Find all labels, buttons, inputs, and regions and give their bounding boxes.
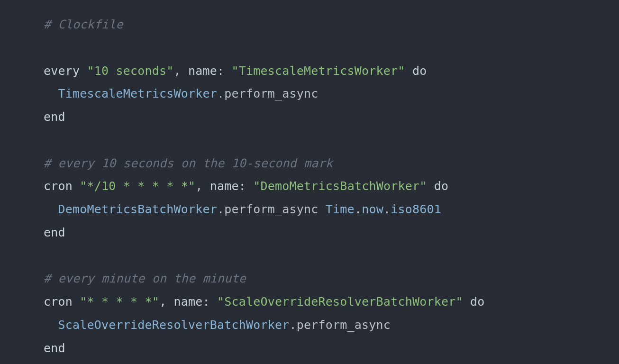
- code-string: "10 seconds": [87, 64, 174, 78]
- code-indent: [44, 87, 58, 100]
- code-space: [80, 64, 87, 78]
- code-keyword-cron: cron: [44, 179, 73, 193]
- code-space: [73, 179, 80, 193]
- code-comma: ,: [174, 64, 189, 78]
- code-comment: # every 10 seconds on the 10-second mark: [44, 156, 333, 170]
- code-block: # Clockfile every "10 seconds", name: "T…: [0, 0, 619, 360]
- code-keyword-do: do: [470, 295, 485, 309]
- code-comment: # Clockfile: [44, 18, 123, 31]
- code-constant: DemoMetricsBatchWorker: [58, 202, 218, 216]
- code-string: "ScaleOverrideResolverBatchWorker": [217, 295, 463, 309]
- code-space: [73, 295, 80, 309]
- code-keyword-end: end: [44, 341, 65, 355]
- code-comment: # every minute on the minute: [44, 272, 246, 285]
- code-keyword-do: do: [434, 179, 449, 193]
- code-dot: .: [217, 202, 224, 216]
- code-dot: .: [355, 202, 362, 216]
- code-constant: TimescaleMetricsWorker: [58, 87, 218, 100]
- code-space: [319, 202, 326, 216]
- code-space: [210, 295, 217, 309]
- code-method: perform_async: [297, 318, 391, 332]
- code-dot: .: [383, 202, 391, 216]
- code-keyword-name: name:: [210, 179, 246, 193]
- code-comma: ,: [195, 179, 210, 193]
- code-string: "TimescaleMetricsWorker": [232, 64, 405, 78]
- code-string: "*/10 * * * * *": [80, 179, 195, 193]
- code-dot: .: [290, 318, 297, 332]
- code-dot: .: [217, 87, 224, 100]
- code-space: [224, 64, 231, 78]
- code-string: "DemoMetricsBatchWorker": [253, 179, 427, 193]
- code-space: [405, 64, 412, 78]
- code-keyword-name: name:: [188, 64, 224, 78]
- code-method: perform_async: [224, 87, 318, 100]
- code-indent: [44, 202, 58, 216]
- code-comma: ,: [159, 295, 174, 309]
- code-keyword-cron: cron: [44, 295, 73, 309]
- code-space: [246, 179, 253, 193]
- code-keyword-end: end: [44, 226, 65, 239]
- code-method: now: [362, 202, 383, 216]
- code-keyword-end: end: [44, 110, 65, 124]
- code-method: iso8601: [391, 202, 441, 216]
- code-keyword-name: name:: [174, 295, 210, 309]
- code-constant: Time: [326, 202, 355, 216]
- code-space: [427, 179, 434, 193]
- code-indent: [44, 318, 58, 332]
- code-constant: ScaleOverrideResolverBatchWorker: [58, 318, 290, 332]
- code-space: [463, 295, 470, 309]
- code-string: "* * * * *": [80, 295, 159, 309]
- code-method: perform_async: [224, 202, 318, 216]
- code-keyword-do: do: [412, 64, 427, 78]
- code-keyword-every: every: [44, 64, 80, 78]
